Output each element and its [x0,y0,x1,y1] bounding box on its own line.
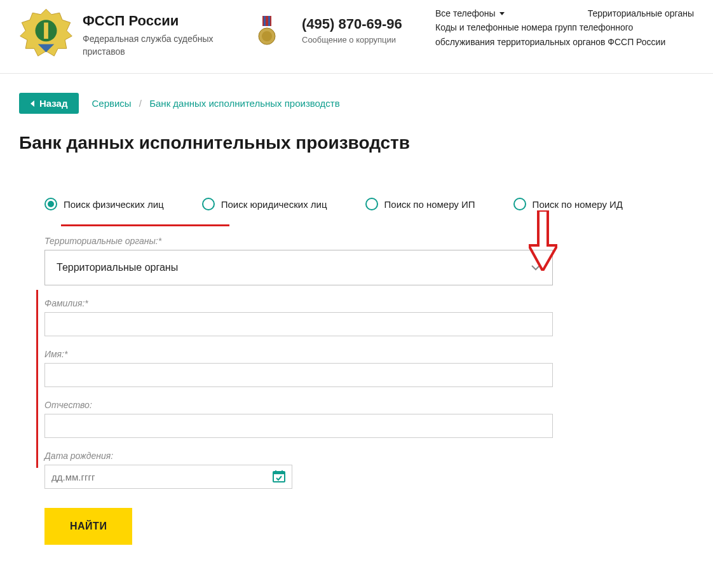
field-lastname: Фамилия:* [44,298,553,336]
field-territory: Территориальные органы:* Территориальные… [44,236,553,285]
label-territory: Территориальные органы:* [44,236,553,246]
svg-rect-1 [44,23,48,39]
radio-icon [44,198,57,210]
label-lastname: Фамилия:* [44,298,553,308]
back-button[interactable]: Назад [19,93,79,114]
org-title: ФССП России [83,13,245,29]
tab-label: Поиск юридических лиц [221,199,327,210]
svg-rect-8 [273,472,285,474]
search-tabs: Поиск физических лиц Поиск юридических л… [19,198,694,210]
label-firstname: Имя:* [44,349,553,359]
phone-number[interactable]: (495) 870-69-96 [302,16,423,32]
search-button[interactable]: НАЙТИ [44,508,132,545]
chevron-left-icon [31,100,34,107]
patronymic-input[interactable] [44,414,553,438]
radio-icon [513,198,526,210]
tab-ip-number[interactable]: Поиск по номеру ИП [365,198,475,210]
org-block: ФССП России Федеральная служба судебных … [83,6,245,58]
tab-id-number[interactable]: Поиск по номеру ИД [513,198,623,210]
caret-down-icon [499,12,505,15]
chevron-down-icon [531,263,541,273]
all-phones-link[interactable]: Все телефоны [435,6,505,20]
all-phones-label: Все телефоны [435,6,496,20]
dob-input[interactable] [44,465,292,489]
topbar: Назад Сервисы / Банк данных исполнительн… [19,93,694,114]
search-form: Территориальные органы:* Территориальные… [19,236,553,545]
page-title: Банк данных исполнительных производств [19,133,694,153]
svg-point-6 [262,31,272,41]
lastname-input[interactable] [44,312,553,336]
label-patronymic: Отчество: [44,400,553,410]
phone-subtitle: Сообщение о коррупции [302,35,423,44]
svg-rect-3 [264,16,266,26]
breadcrumb-services[interactable]: Сервисы [92,98,131,109]
radio-icon [365,198,378,210]
medal-icon [257,16,276,46]
field-firstname: Имя:* [44,349,553,387]
field-patronymic: Отчество: [44,400,553,438]
breadcrumb-current[interactable]: Банк данных исполнительных производств [149,98,340,109]
breadcrumb: Сервисы / Банк данных исполнительных про… [92,98,339,109]
bar-annotation [36,290,38,468]
logo-emblem [19,6,73,60]
calendar-icon[interactable] [272,469,286,483]
tab-label: Поиск по номеру ИП [384,199,475,210]
select-value: Территориальные органы [57,262,178,273]
tab-label: Поиск физических лиц [64,199,164,210]
back-label: Назад [39,98,67,109]
header: ФССП России Федеральная служба судебных … [0,0,713,74]
radio-icon [202,198,215,210]
content: Назад Сервисы / Банк данных исполнительн… [0,74,713,570]
breadcrumb-sep: / [139,98,142,109]
tab-label: Поиск по номеру ИД [533,199,623,210]
tab-individuals[interactable]: Поиск физических лиц [44,198,164,210]
header-links: Все телефоны Территориальные органы Коды… [435,6,694,49]
firstname-input[interactable] [44,363,553,387]
tab-legal-entities[interactable]: Поиск юридических лиц [202,198,327,210]
territorial-link[interactable]: Территориальные органы [588,6,694,20]
codes-link[interactable]: Коды и телефонные номера групп телефонно… [435,20,694,49]
field-dob: Дата рождения: [44,451,553,489]
underline-annotation [61,224,229,226]
svg-rect-4 [268,16,270,26]
phone-block: (495) 870-69-96 Сообщение о коррупции [302,6,423,44]
label-dob: Дата рождения: [44,451,553,461]
org-subtitle: Федеральная служба судебных приставов [83,33,245,58]
territory-select[interactable]: Территориальные органы [44,250,553,285]
